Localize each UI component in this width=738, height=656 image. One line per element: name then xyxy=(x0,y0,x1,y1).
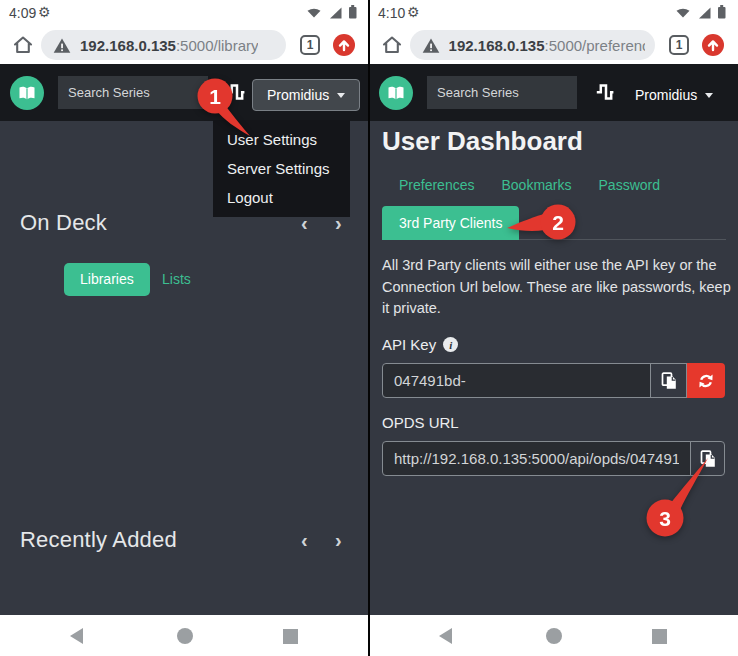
app-logo[interactable] xyxy=(379,76,413,110)
carousel-next-button[interactable]: › xyxy=(335,530,342,550)
status-time: 4:09 xyxy=(9,5,36,21)
clients-description: All 3rd Party clients will either use th… xyxy=(382,255,734,320)
book-icon xyxy=(386,83,406,103)
url-field[interactable]: 192.168.0.135:5000/preferenc xyxy=(410,30,655,60)
carousel-prev-button[interactable]: ‹ xyxy=(301,530,308,550)
url-text: 192.168.0.135:5000/preferenc xyxy=(449,37,645,54)
browser-update-icon[interactable] xyxy=(333,34,355,56)
warning-icon[interactable] xyxy=(422,37,440,54)
regenerate-api-key-button[interactable] xyxy=(687,363,725,398)
android-nav-bar xyxy=(0,615,369,656)
app-logo[interactable] xyxy=(10,76,44,110)
info-icon[interactable]: i xyxy=(443,337,458,352)
tab-counter-button[interactable]: 1 xyxy=(300,35,320,55)
copy-icon xyxy=(661,372,677,390)
search-input[interactable] xyxy=(427,76,577,109)
activity-pulse-icon[interactable] xyxy=(596,83,614,101)
account-name: Promidius xyxy=(267,87,329,103)
gear-icon: ⚙ xyxy=(407,4,420,20)
svg-text:2: 2 xyxy=(552,211,564,234)
refresh-icon xyxy=(698,373,714,389)
svg-text:3: 3 xyxy=(659,507,671,530)
menu-item-server-settings[interactable]: Server Settings xyxy=(213,154,350,183)
step-2-badge: 2 xyxy=(502,201,578,245)
account-name: Promidius xyxy=(635,87,697,103)
menu-item-logout[interactable]: Logout xyxy=(213,183,350,212)
nav-back-icon[interactable] xyxy=(439,628,452,644)
screenshot-divider xyxy=(368,0,370,656)
svg-text:1: 1 xyxy=(209,85,221,108)
account-menu-button[interactable]: Promidius xyxy=(252,79,360,111)
home-icon[interactable] xyxy=(11,33,35,56)
tab-counter-button[interactable]: 1 xyxy=(669,35,689,55)
search-input[interactable] xyxy=(58,76,208,109)
browser-url-bar: 192.168.0.135:5000/library 1 xyxy=(0,25,369,64)
nav-recents-icon[interactable] xyxy=(652,629,667,644)
step-3-badge: 3 xyxy=(637,452,715,542)
nav-recents-icon[interactable] xyxy=(283,629,298,644)
status-bar: 4:10 ⚙ xyxy=(369,0,738,25)
app-header: Promidius xyxy=(0,64,369,121)
chevron-down-icon xyxy=(337,93,345,98)
wifi-icon xyxy=(675,6,691,19)
url-field[interactable]: 192.168.0.135:5000/library xyxy=(41,30,286,60)
screen-library: 4:09 ⚙ 192.168.0.135:5000/library 1 Prom… xyxy=(0,0,369,656)
android-nav-bar xyxy=(369,615,738,656)
warning-icon[interactable] xyxy=(53,37,71,54)
section-title-on-deck: On Deck xyxy=(20,210,107,236)
book-icon xyxy=(17,83,37,103)
api-key-group xyxy=(382,363,725,398)
signal-icon xyxy=(328,6,343,19)
api-key-input[interactable] xyxy=(382,363,651,398)
nav-back-icon[interactable] xyxy=(70,628,83,644)
libraries-toggle-button[interactable]: Libraries xyxy=(64,263,150,296)
status-time: 4:10 xyxy=(378,5,405,21)
signal-icon xyxy=(697,6,712,19)
home-icon[interactable] xyxy=(380,33,404,56)
battery-icon xyxy=(349,5,357,19)
battery-icon xyxy=(718,5,726,19)
step-1-badge: 1 xyxy=(190,74,256,140)
url-text: 192.168.0.135:5000/library xyxy=(80,37,258,54)
api-key-label: API Key i xyxy=(382,336,458,353)
nav-home-icon[interactable] xyxy=(177,628,193,644)
page-title: User Dashboard xyxy=(382,126,583,157)
nav-home-icon[interactable] xyxy=(546,628,562,644)
section-title-recently-added: Recently Added xyxy=(20,527,177,553)
screen-preferences: 4:10 ⚙ 192.168.0.135:5000/preferenc 1 Pr… xyxy=(369,0,738,656)
dashboard-tabs: Preferences Bookmarks Password xyxy=(399,177,660,193)
account-menu-button[interactable]: Promidius xyxy=(621,79,727,111)
gear-icon: ⚙ xyxy=(38,4,51,20)
tab-3rd-party-clients[interactable]: 3rd Party Clients xyxy=(382,206,519,240)
copy-api-key-button[interactable] xyxy=(650,363,687,398)
tab-preferences[interactable]: Preferences xyxy=(399,177,474,193)
chevron-down-icon xyxy=(705,93,713,98)
browser-url-bar: 192.168.0.135:5000/preferenc 1 xyxy=(369,25,738,64)
lists-toggle-link[interactable]: Lists xyxy=(162,271,191,287)
app-header: Promidius xyxy=(369,64,738,121)
status-bar: 4:09 ⚙ xyxy=(0,0,369,25)
opds-url-label: OPDS URL xyxy=(382,414,459,431)
tab-password[interactable]: Password xyxy=(599,177,660,193)
tab-bookmarks[interactable]: Bookmarks xyxy=(501,177,571,193)
browser-update-icon[interactable] xyxy=(702,34,724,56)
wifi-icon xyxy=(306,6,322,19)
